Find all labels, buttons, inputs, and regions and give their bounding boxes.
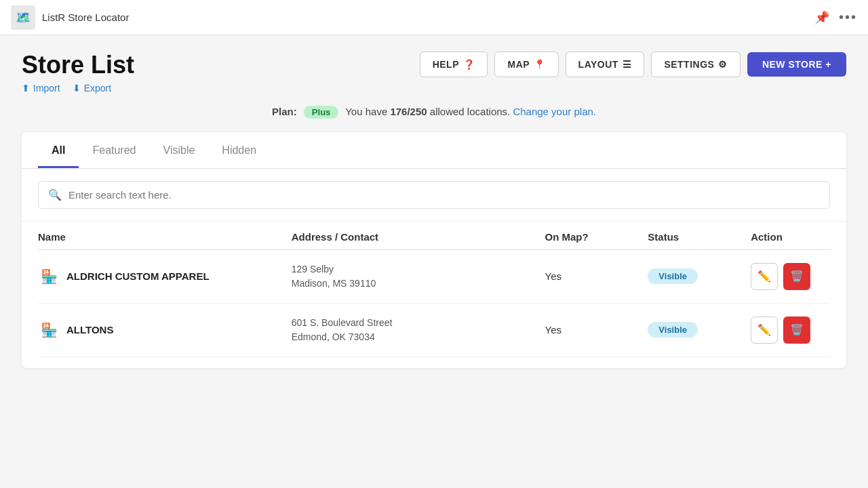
map-pin-icon: 📍 <box>534 59 546 70</box>
table-header-row: Name Address / Contact On Map? Status Ac… <box>38 222 830 250</box>
delete-button[interactable]: 🗑️ <box>783 317 810 344</box>
col-header-name: Name <box>38 222 292 250</box>
address-line1: 601 S. Boulevard Street <box>292 316 545 330</box>
help-icon: ❓ <box>463 59 475 70</box>
search-inner: 🔍 <box>38 181 830 209</box>
store-status-cell: Visible <box>648 249 751 303</box>
delete-button[interactable]: 🗑️ <box>783 263 810 290</box>
app-title: ListR Store Locator <box>42 12 129 23</box>
edit-button[interactable]: ✏️ <box>751 263 778 290</box>
topbar-left: 🗺️ ListR Store Locator <box>11 5 129 30</box>
topbar: 🗺️ ListR Store Locator 📌 ••• <box>0 0 868 35</box>
plan-bar: Plan: Plus You have 176/250 allowed loca… <box>22 106 846 119</box>
store-address-cell: 129 Selby Madison, MS 39110 <box>292 249 545 303</box>
table-row: 🏪 ALLTONS 601 S. Boulevard Street Edmond… <box>38 303 830 357</box>
tab-visible[interactable]: Visible <box>150 132 209 168</box>
more-options-icon[interactable]: ••• <box>839 9 857 25</box>
store-action-cell: ✏️ 🗑️ <box>751 249 830 303</box>
import-link[interactable]: ⬆ Import <box>22 83 60 94</box>
col-header-action: Action <box>751 222 830 250</box>
plan-label: Plan: <box>272 106 297 117</box>
search-icon: 🔍 <box>48 188 62 201</box>
header-row: Store List ⬆ Import ⬇ Export HELP ❓ MAP … <box>22 52 846 94</box>
tab-featured[interactable]: Featured <box>79 132 149 168</box>
map-button[interactable]: MAP 📍 <box>494 52 558 77</box>
settings-gear-icon: ⚙ <box>718 59 728 70</box>
status-badge: Visible <box>648 322 698 338</box>
action-buttons: ✏️ 🗑️ <box>751 263 830 290</box>
plan-badge: Plus <box>304 106 338 119</box>
topbar-right: 📌 ••• <box>814 9 857 25</box>
store-table: Name Address / Contact On Map? Status Ac… <box>38 222 830 357</box>
col-header-address: Address / Contact <box>292 222 545 250</box>
store-row-icon: 🏪 <box>38 266 60 287</box>
header-buttons: HELP ❓ MAP 📍 LAYOUT ☰ SETTINGS ⚙ NEW STO… <box>420 52 846 77</box>
pin-icon[interactable]: 📌 <box>814 10 829 25</box>
table-wrap: Name Address / Contact On Map? Status Ac… <box>22 222 846 368</box>
logo-icon: 🗺️ <box>16 10 31 25</box>
table-row: 🏪 ALDRICH CUSTOM APPAREL 129 Selby Madis… <box>38 249 830 303</box>
store-name-cell: 🏪 ALLTONS <box>38 303 292 357</box>
search-input[interactable] <box>68 189 820 201</box>
page-title: Store List <box>22 52 134 79</box>
address-line2: Madison, MS 39110 <box>292 277 545 291</box>
store-row-icon: 🏪 <box>38 319 60 341</box>
store-name: ALDRICH CUSTOM APPAREL <box>66 270 210 282</box>
store-onmap-cell: Yes <box>545 303 648 357</box>
store-name: ALLTONS <box>66 324 113 336</box>
main-content: Store List ⬆ Import ⬇ Export HELP ❓ MAP … <box>0 35 868 384</box>
tab-all[interactable]: All <box>38 132 79 168</box>
layout-icon: ☰ <box>623 59 632 70</box>
plan-text-pre: You have <box>345 106 387 117</box>
plan-count: 176/250 <box>390 106 427 117</box>
layout-button[interactable]: LAYOUT ☰ <box>566 52 645 77</box>
col-header-status: Status <box>648 222 751 250</box>
store-name-cell: 🏪 ALDRICH CUSTOM APPAREL <box>38 249 292 303</box>
edit-button[interactable]: ✏️ <box>751 317 778 344</box>
col-header-map: On Map? <box>545 222 648 250</box>
address-line1: 129 Selby <box>292 262 545 277</box>
change-plan-link[interactable]: Change your plan. <box>513 106 596 117</box>
status-badge: Visible <box>648 268 698 284</box>
store-card: All Featured Visible Hidden 🔍 Name Addre… <box>22 132 846 368</box>
help-button[interactable]: HELP ❓ <box>420 52 488 77</box>
store-status-cell: Visible <box>648 303 751 357</box>
import-icon: ⬆ <box>22 83 30 94</box>
store-address-cell: 601 S. Boulevard Street Edmond, OK 73034 <box>292 303 545 357</box>
address-line2: Edmond, OK 73034 <box>292 330 545 344</box>
header-left: Store List ⬆ Import ⬇ Export <box>22 52 134 94</box>
settings-button[interactable]: SETTINGS ⚙ <box>651 52 741 77</box>
plan-text-post: allowed locations. <box>430 106 510 117</box>
new-store-button[interactable]: NEW STORE + <box>747 52 846 77</box>
store-action-cell: ✏️ 🗑️ <box>751 303 830 357</box>
action-buttons: ✏️ 🗑️ <box>751 317 830 344</box>
app-logo: 🗺️ <box>11 5 35 30</box>
header-links: ⬆ Import ⬇ Export <box>22 83 134 94</box>
export-link[interactable]: ⬇ Export <box>73 83 111 94</box>
store-onmap-cell: Yes <box>545 249 648 303</box>
tabs: All Featured Visible Hidden <box>22 132 846 169</box>
search-wrap: 🔍 <box>22 169 846 222</box>
tab-hidden[interactable]: Hidden <box>208 132 270 168</box>
export-icon: ⬇ <box>73 83 81 94</box>
